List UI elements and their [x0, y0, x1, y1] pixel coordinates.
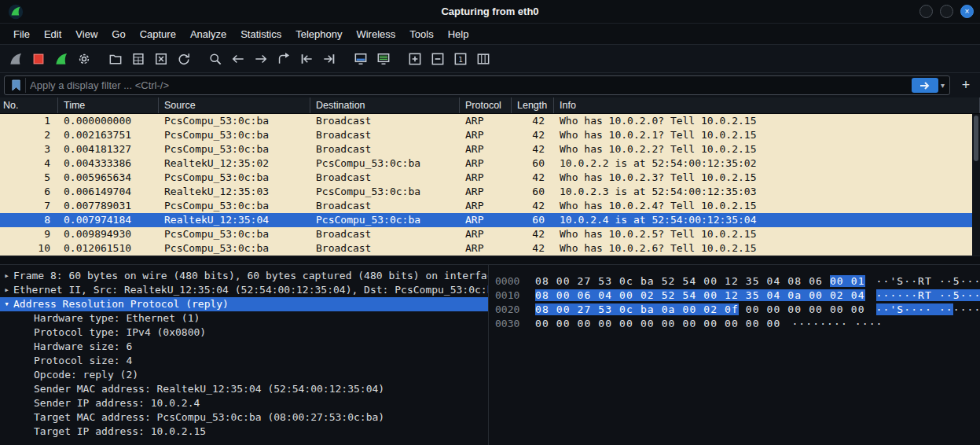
cell-time: 0.007974184: [58, 213, 159, 227]
detail-line[interactable]: ▸Frame 8: 60 bytes on wire (480 bits), 6…: [0, 269, 488, 283]
cell-destination: PcsCompu_53:0c:ba: [310, 213, 460, 227]
column-header-protocol[interactable]: Protocol: [460, 97, 512, 113]
hex-row-0030[interactable]: 003000 00 00 00 00 00 00 00 00 00 00 00·…: [495, 317, 980, 331]
cell-no: 7: [0, 199, 58, 213]
title-bar[interactable]: Capturing from eth0 ×: [0, 0, 980, 24]
column-header-no[interactable]: No.: [0, 97, 58, 113]
detail-line[interactable]: Protocol type: IPv4 (0x0800): [0, 325, 488, 340]
menu-view[interactable]: View: [68, 25, 105, 43]
open-capture-file-button[interactable]: [104, 48, 127, 70]
start-capture-button[interactable]: [4, 48, 27, 70]
arrow-right-icon: [253, 51, 269, 67]
detail-line[interactable]: Sender IP address: 10.0.2.4: [0, 396, 488, 410]
save-capture-file-button[interactable]: [127, 48, 149, 70]
horizontal-scrollbar[interactable]: [0, 256, 980, 264]
apply-filter-button[interactable]: [912, 78, 938, 93]
detail-line[interactable]: Sender MAC address: RealtekU_12:35:04 (5…: [0, 382, 488, 396]
find-packet-button[interactable]: [204, 48, 226, 70]
close-doc-icon: [153, 51, 169, 67]
cell-protocol: ARP: [460, 185, 512, 199]
menu-statistics[interactable]: Statistics: [233, 25, 288, 43]
filter-bookmark-icon[interactable]: [7, 78, 26, 93]
menu-edit[interactable]: Edit: [37, 25, 68, 43]
go-forward-button[interactable]: [249, 48, 272, 70]
packet-row-2[interactable]: 20.002163751PcsCompu_53:0c:baBroadcastAR…: [0, 128, 980, 142]
menu-capture[interactable]: Capture: [133, 25, 183, 43]
selected-bytes: 08 00 06 04 00 02 52 54 00 12 35 04 0a 0…: [535, 289, 865, 301]
go-back-button[interactable]: [226, 48, 249, 70]
detail-line[interactable]: Target MAC address: PcsCompu_53:0c:ba (0…: [0, 410, 488, 425]
menu-file[interactable]: File: [6, 25, 37, 43]
packet-row-6[interactable]: 60.006149704RealtekU_12:35:03PcsCompu_53…: [0, 185, 980, 199]
window-close-button[interactable]: ×: [960, 5, 974, 18]
menu-help[interactable]: Help: [441, 25, 476, 43]
column-header-time[interactable]: Time: [58, 97, 159, 113]
hex-row-0010[interactable]: 001008 00 06 04 00 02 52 54 00 12 35 04 …: [495, 289, 980, 303]
hex-row-0000[interactable]: 000008 00 27 53 0c ba 52 54 00 12 35 04 …: [495, 274, 980, 289]
expander-expanded-icon[interactable]: ▾: [0, 297, 13, 311]
menu-analyze[interactable]: Analyze: [183, 25, 233, 43]
cell-protocol: ARP: [460, 241, 512, 256]
packet-rows: 10.000000000PcsCompu_53:0c:baBroadcastAR…: [0, 114, 980, 256]
cell-destination: Broadcast: [310, 199, 460, 213]
zoom-100-button[interactable]: 1: [449, 48, 472, 70]
close-capture-file-button[interactable]: [149, 48, 172, 70]
cell-no: 3: [0, 142, 58, 156]
menu-tools[interactable]: Tools: [402, 25, 440, 43]
packet-row-5[interactable]: 50.005965634PcsCompu_53:0c:baBroadcastAR…: [0, 171, 980, 185]
expander-spacer: [20, 354, 34, 368]
packet-row-10[interactable]: 100.012061510PcsCompu_53:0c:baBroadcastA…: [0, 241, 980, 256]
go-to-last-packet-button[interactable]: [317, 48, 340, 70]
hex-row-0020[interactable]: 002008 00 27 53 0c ba 0a 00 02 0f 00 00 …: [495, 303, 980, 317]
window-minimize-button[interactable]: [919, 5, 933, 18]
zoom-in-button[interactable]: [403, 48, 426, 70]
scrollbar-thumb[interactable]: [974, 116, 978, 161]
packet-row-1[interactable]: 10.000000000PcsCompu_53:0c:baBroadcastAR…: [0, 114, 980, 128]
add-filter-button[interactable]: +: [956, 75, 976, 95]
packet-row-4[interactable]: 40.004333386RealtekU_12:35:02PcsCompu_53…: [0, 156, 980, 171]
resize-columns-button[interactable]: [472, 48, 494, 70]
detail-line[interactable]: Hardware size: 6: [0, 340, 488, 354]
cell-source: RealtekU_12:35:02: [159, 156, 310, 171]
packet-row-3[interactable]: 30.004181327PcsCompu_53:0c:baBroadcastAR…: [0, 142, 980, 156]
go-to-packet-button[interactable]: [272, 48, 295, 70]
column-header-source[interactable]: Source: [159, 97, 310, 113]
detail-line[interactable]: Opcode: reply (2): [0, 368, 488, 382]
expander-collapsed-icon[interactable]: ▸: [0, 269, 13, 283]
menu-wireless[interactable]: Wireless: [349, 25, 402, 43]
filter-dropdown-caret-icon[interactable]: ▾: [941, 81, 945, 90]
go-to-first-packet-button[interactable]: [295, 48, 317, 70]
restart-capture-button[interactable]: [50, 48, 72, 70]
column-header-length[interactable]: Length: [512, 97, 554, 113]
expander-collapsed-icon[interactable]: ▸: [0, 283, 13, 297]
window-maximize-button[interactable]: [940, 5, 953, 18]
detail-line[interactable]: ▾Address Resolution Protocol (reply): [0, 297, 488, 311]
display-filter-field[interactable]: ▾: [4, 75, 950, 95]
zoom-out-button[interactable]: [426, 48, 449, 70]
auto-scroll-button[interactable]: [349, 48, 372, 70]
detail-line[interactable]: Hardware type: Ethernet (1): [0, 311, 488, 325]
display-filter-input[interactable]: [30, 79, 912, 91]
cell-protocol: ARP: [460, 199, 512, 213]
detail-line[interactable]: ▸Ethernet II, Src: RealtekU_12:35:04 (52…: [0, 283, 488, 297]
packet-list-scrollbar[interactable]: [972, 114, 980, 256]
capture-options-button[interactable]: [72, 48, 95, 70]
detail-text: Protocol type: IPv4 (0x0800): [34, 325, 206, 340]
menu-telephony[interactable]: Telephony: [288, 25, 349, 43]
column-header-info[interactable]: Info: [554, 97, 980, 113]
detail-line[interactable]: Target IP address: 10.0.2.15: [0, 425, 488, 439]
column-header-destination[interactable]: Destination: [310, 97, 460, 113]
menu-go[interactable]: Go: [105, 25, 132, 43]
detail-line[interactable]: Protocol size: 4: [0, 354, 488, 368]
cell-no: 10: [0, 241, 58, 256]
packet-row-8[interactable]: 80.007974184RealtekU_12:35:04PcsCompu_53…: [0, 213, 980, 227]
cell-protocol: ARP: [460, 171, 512, 185]
packet-row-7[interactable]: 70.007789031PcsCompu_53:0c:baBroadcastAR…: [0, 199, 980, 213]
colorize-packets-button[interactable]: [372, 48, 395, 70]
zoom-one-icon: 1: [453, 51, 468, 67]
packet-row-9[interactable]: 90.009894930PcsCompu_53:0c:baBroadcastAR…: [0, 227, 980, 241]
cell-source: RealtekU_12:35:04: [159, 213, 310, 227]
reload-capture-file-button[interactable]: [172, 48, 195, 70]
menu-bar: FileEditViewGoCaptureAnalyzeStatisticsTe…: [0, 24, 980, 44]
stop-capture-button[interactable]: [27, 48, 50, 70]
